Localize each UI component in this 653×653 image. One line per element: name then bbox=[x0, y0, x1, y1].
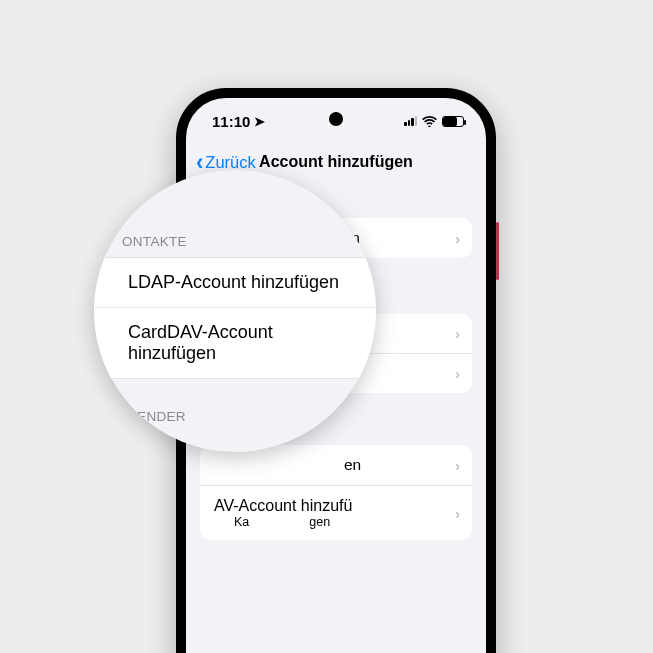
row-label: LDAP-Account hinzufügen bbox=[128, 272, 339, 293]
battery-icon bbox=[442, 116, 464, 127]
side-button bbox=[496, 222, 499, 280]
row-label: CardDAV-Account hinzufügen bbox=[128, 322, 360, 364]
add-ldap-account-button[interactable]: LDAP-Account hinzufügen bbox=[94, 258, 376, 307]
row-label: en bbox=[214, 456, 361, 474]
add-carddav-account-button[interactable]: CardDAV-Account hinzufügen bbox=[94, 307, 376, 378]
chevron-right-icon: › bbox=[455, 325, 460, 342]
group-kalender-bg: en › AV-Account hinzufü Ka gen › bbox=[200, 445, 472, 540]
location-icon: ➤ bbox=[254, 114, 265, 129]
back-label: Zurück bbox=[205, 153, 255, 172]
magnifier: ONTAKTE LDAP-Account hinzufügen CardDAV-… bbox=[94, 170, 376, 452]
page-title: Account hinzufügen bbox=[259, 153, 413, 171]
chevron-right-icon: › bbox=[455, 505, 460, 522]
chevron-right-icon: › bbox=[455, 457, 460, 474]
zoom-group-kontakte: LDAP-Account hinzufügen CardDAV-Account … bbox=[94, 257, 376, 379]
list-item[interactable]: AV-Account hinzufü Ka gen › bbox=[200, 485, 472, 540]
status-left: 11:10 ➤ bbox=[212, 113, 265, 130]
chevron-right-icon: › bbox=[455, 230, 460, 247]
status-right bbox=[404, 113, 464, 130]
wifi-icon bbox=[422, 113, 437, 130]
row-label: AV-Account hinzufü Ka gen bbox=[214, 497, 352, 529]
cellular-icon bbox=[404, 116, 417, 126]
canvas: 11:10 ➤ ‹ Zurück Account hinzufügen bbox=[0, 0, 653, 653]
chevron-left-icon: ‹ bbox=[196, 150, 203, 174]
status-time: 11:10 bbox=[212, 113, 250, 130]
chevron-right-icon: › bbox=[455, 365, 460, 382]
front-camera bbox=[329, 112, 343, 126]
